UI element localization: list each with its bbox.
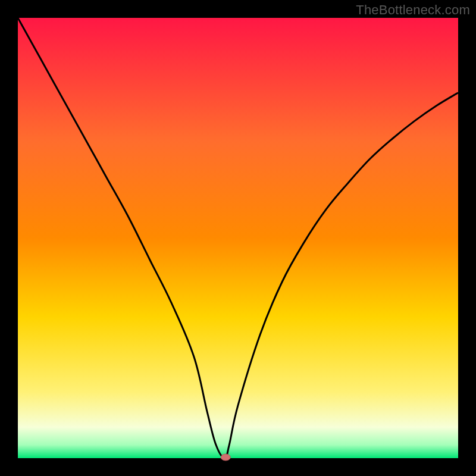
watermark-text: TheBottleneck.com: [356, 2, 470, 18]
minimum-marker: [221, 454, 230, 461]
chart-svg: [0, 0, 476, 476]
plot-area: [18, 18, 458, 458]
chart-container: TheBottleneck.com: [0, 0, 476, 476]
